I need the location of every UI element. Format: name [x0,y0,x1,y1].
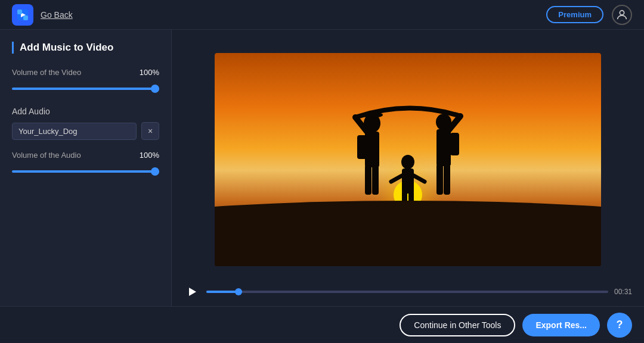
volume-audio-section: Volume of the Audio 100% [12,151,159,175]
svg-rect-10 [372,165,379,195]
progress-track[interactable] [206,291,608,293]
user-avatar[interactable] [612,5,632,25]
video-area: 00:31 [172,30,644,306]
svg-rect-9 [365,165,371,195]
svg-rect-1 [17,10,22,14]
svg-point-3 [620,10,624,14]
continue-other-tools-button[interactable]: Continue in Other Tools [400,314,515,336]
video-preview [215,53,601,266]
svg-rect-18 [402,169,414,194]
volume-video-label: Volume of the Video [12,68,81,77]
time-display: 00:31 [614,288,632,296]
svg-line-20 [414,176,425,182]
premium-button[interactable]: Premium [546,6,603,23]
volume-audio-label-row: Volume of the Audio 100% [12,151,159,160]
progress-fill [206,291,239,293]
header: Go Back Premium [0,0,644,30]
svg-point-17 [401,155,414,169]
add-audio-label: Add Audio [12,107,159,116]
ground [215,201,601,266]
volume-video-label-row: Volume of the Video 100% [12,68,159,77]
svg-line-19 [391,176,402,182]
progress-thumb [235,288,242,295]
volume-video-slider[interactable] [12,88,159,90]
app-logo [12,4,33,26]
svg-marker-23 [189,288,196,296]
svg-rect-7 [357,135,367,159]
volume-audio-value: 100% [140,151,159,160]
play-button[interactable] [184,283,200,300]
audio-clear-button[interactable]: × [141,122,159,140]
video-controls: 00:31 [184,279,632,306]
svg-rect-2 [23,15,28,20]
help-button[interactable]: ? [607,313,632,338]
svg-rect-15 [436,164,443,195]
volume-video-value: 100% [140,68,159,77]
audio-file-row: Your_Lucky_Dog × [12,122,159,140]
volume-audio-slider[interactable] [12,170,159,173]
audio-filename: Your_Lucky_Dog [12,123,137,140]
header-left: Go Back [12,4,73,26]
export-button[interactable]: Export Res... [522,314,600,336]
bottom-bar: Continue in Other Tools Export Res... ? [0,306,644,343]
main-content: Add Music to Video Volume of the Video 1… [0,30,644,306]
video-scene [215,53,601,266]
volume-audio-label: Volume of the Audio [12,151,81,160]
svg-rect-13 [450,133,459,155]
video-wrapper [184,40,632,279]
sidebar-title: Add Music to Video [12,42,159,54]
svg-rect-16 [444,164,450,195]
go-back-button[interactable]: Go Back [41,10,73,20]
volume-video-section: Volume of the Video 100% [12,68,159,92]
sidebar: Add Music to Video Volume of the Video 1… [0,30,172,306]
header-right: Premium [546,5,632,25]
